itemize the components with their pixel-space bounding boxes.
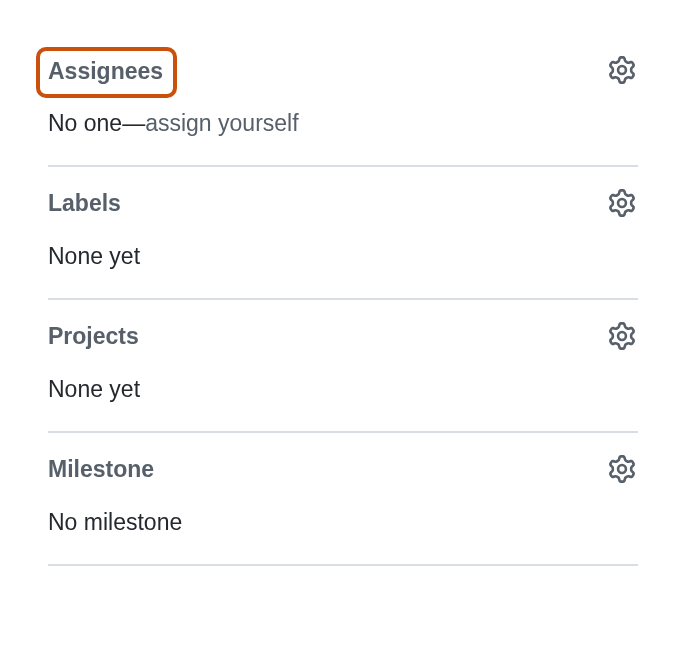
projects-settings-button[interactable] — [606, 320, 638, 355]
projects-body: None yet — [48, 375, 638, 405]
labels-section: Labels None yet — [48, 167, 638, 300]
gear-icon — [608, 455, 636, 486]
labels-body: None yet — [48, 242, 638, 272]
assignees-title: Assignees — [48, 58, 163, 84]
milestone-header: Milestone — [48, 453, 638, 488]
milestone-title: Milestone — [48, 455, 154, 485]
assign-yourself-link[interactable]: assign yourself — [145, 110, 298, 136]
gear-icon — [608, 322, 636, 353]
projects-title: Projects — [48, 322, 139, 352]
labels-header: Labels — [48, 187, 638, 222]
assignees-section: Assignees No one—assign yourself — [48, 50, 638, 167]
milestone-body: No milestone — [48, 508, 638, 538]
projects-section: Projects None yet — [48, 300, 638, 433]
issue-sidebar: Assignees No one—assign yourself Labels … — [0, 0, 686, 566]
assignees-body: No one—assign yourself — [48, 109, 638, 139]
milestone-section: Milestone No milestone — [48, 433, 638, 566]
milestone-settings-button[interactable] — [606, 453, 638, 488]
gear-icon — [608, 189, 636, 220]
assignees-settings-button[interactable] — [606, 54, 638, 89]
assignees-title-highlight: Assignees — [36, 47, 177, 99]
labels-settings-button[interactable] — [606, 187, 638, 222]
gear-icon — [608, 56, 636, 87]
labels-title: Labels — [48, 189, 121, 219]
assignees-empty-text: No one— — [48, 110, 145, 136]
assignees-header: Assignees — [48, 54, 638, 89]
projects-header: Projects — [48, 320, 638, 355]
